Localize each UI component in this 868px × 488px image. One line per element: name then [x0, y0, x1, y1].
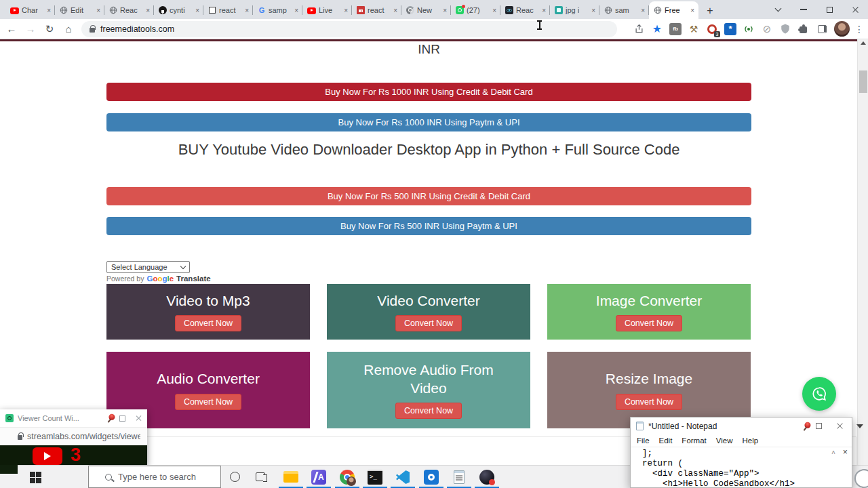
vscode-icon[interactable]	[394, 468, 412, 486]
menu-view[interactable]: View	[716, 436, 733, 445]
tab-cynti[interactable]: cynti×	[154, 1, 203, 19]
task-view-button[interactable]	[256, 472, 265, 481]
shield-icon[interactable]	[779, 23, 791, 35]
tools-icon[interactable]: ⚒	[688, 23, 700, 35]
language-select[interactable]: Select Language	[106, 261, 190, 273]
tab-close-icon[interactable]: ×	[393, 7, 398, 14]
convert-now-button[interactable]: Convert Now	[616, 394, 682, 410]
tab-close-icon[interactable]: ×	[244, 7, 250, 14]
npm-icon	[357, 6, 365, 14]
tab-close-icon[interactable]: ×	[690, 7, 695, 14]
menu-help[interactable]: Help	[743, 436, 759, 445]
widget-maximize-icon[interactable]	[119, 415, 125, 422]
menu-format[interactable]: Format	[682, 436, 706, 445]
desktop-screen: Char×Edit×Reac×cynti×react×Gsamp×Live×re…	[0, 0, 868, 488]
forward-icon[interactable]: →	[24, 23, 37, 35]
broadcast-icon[interactable]	[743, 23, 755, 35]
dark-sphere-app-icon[interactable]	[478, 468, 496, 486]
tab-close-icon[interactable]: ×	[46, 7, 52, 14]
file-explorer-icon[interactable]	[282, 468, 300, 486]
refresh-icon[interactable]: ↻	[43, 23, 56, 35]
puzzle-icon[interactable]	[797, 23, 810, 35]
widget-close-icon[interactable]	[135, 415, 142, 422]
scroll-down-chevron-icon[interactable]	[856, 424, 863, 428]
profile-avatar[interactable]	[834, 21, 850, 37]
viewer-window-titlebar[interactable]: Viewer Count Wi...	[0, 409, 147, 428]
tab-samp[interactable]: Gsamp×	[253, 1, 302, 19]
blue-circle-app-icon[interactable]	[422, 468, 440, 486]
tab-Char[interactable]: Char×	[5, 1, 55, 19]
tab-title: sam	[615, 6, 637, 14]
tab-close-icon[interactable]: ×	[640, 7, 646, 14]
notepad-app-icon[interactable]	[450, 468, 468, 486]
tab-Reac[interactable]: Reac×	[104, 1, 154, 19]
convert-now-button[interactable]: Convert Now	[395, 403, 462, 419]
tab-jpg i[interactable]: jpg i×	[550, 1, 599, 19]
start-button[interactable]	[30, 472, 41, 483]
tab-react[interactable]: react×	[352, 1, 401, 19]
tab-close-icon[interactable]: ×	[442, 7, 448, 14]
tab-search-chevron-icon[interactable]	[765, 0, 791, 19]
buy-1000-card-button[interactable]: Buy Now For Rs 1000 INR Using Credit & D…	[106, 83, 751, 101]
notepad-maximize-icon[interactable]	[816, 423, 822, 429]
tab-sam[interactable]: sam×	[599, 1, 649, 19]
buy-500-paytm-button[interactable]: Buy Now For Rs 500 INR Using Paytm & UPI	[106, 217, 751, 235]
tile-title: Image Converter	[596, 292, 702, 310]
tab-close-icon[interactable]: ×	[294, 7, 299, 14]
convert-now-button[interactable]: Convert Now	[175, 315, 241, 331]
chrome-browser-icon[interactable]	[338, 468, 356, 486]
cortana-button[interactable]	[230, 472, 240, 482]
bookmark-star-icon[interactable]: ★	[651, 23, 663, 35]
convert-now-button[interactable]: Convert Now	[395, 315, 462, 331]
purple-app-icon[interactable]: A	[310, 468, 328, 486]
tab-Free[interactable]: Free×	[649, 1, 698, 19]
convert-now-button[interactable]: Convert Now	[175, 394, 241, 410]
viewer-window-addressbar[interactable]: streamlabs.com/widgets/viewer-...	[0, 428, 147, 445]
tab-close-icon[interactable]: ×	[541, 7, 547, 14]
home-icon[interactable]: ⌂	[62, 23, 75, 35]
tab-Edit[interactable]: Edit×	[55, 1, 104, 19]
taskbar-search[interactable]: Type here to search	[88, 466, 221, 488]
page-scrollbar[interactable]	[857, 39, 868, 465]
new-tab-button[interactable]: +	[701, 3, 719, 19]
tab-close-icon[interactable]: ×	[591, 7, 596, 14]
notepad-scroll-up-icon[interactable]: ^	[831, 449, 835, 459]
tab-close-icon[interactable]: ×	[96, 7, 101, 14]
scrollbar-up-icon[interactable]	[861, 41, 866, 45]
buy-500-card-button[interactable]: Buy Now For Rs 500 INR Using Credit & De…	[106, 187, 751, 205]
share-icon[interactable]	[633, 23, 645, 35]
pin-icon[interactable]	[800, 420, 813, 433]
notepad-find-close-icon[interactable]: ×	[843, 448, 848, 458]
code-line: return (	[642, 459, 852, 469]
whatsapp-float-button[interactable]	[802, 377, 836, 411]
pin-icon[interactable]	[104, 411, 117, 425]
back-icon[interactable]: ←	[5, 23, 18, 35]
tab-react[interactable]: react×	[203, 1, 253, 19]
tab-close-icon[interactable]: ×	[195, 7, 200, 14]
convert-now-button[interactable]: Convert Now	[616, 315, 682, 331]
maximize-button[interactable]	[816, 0, 842, 19]
minimize-button[interactable]	[791, 0, 816, 19]
menu-edit[interactable]: Edit	[659, 436, 673, 445]
red-o-icon[interactable]: 3	[706, 23, 718, 35]
fb-icon[interactable]: fb	[669, 23, 682, 35]
menu-dots-icon[interactable]: ⋮	[856, 23, 863, 35]
menu-file[interactable]: File	[637, 436, 650, 445]
blocked-icon[interactable]: ⊘	[761, 23, 773, 35]
tab-New[interactable]: New×	[401, 1, 451, 19]
notepad-close-icon[interactable]	[836, 422, 844, 430]
close-button[interactable]	[842, 0, 868, 19]
terminal-icon[interactable]: >_	[366, 468, 384, 486]
buy-1000-paytm-button[interactable]: Buy Now For Rs 1000 INR Using Paytm & UP…	[106, 113, 751, 131]
notepad-editor[interactable]: ^ × ];return ( <div className="App"> <h1…	[631, 447, 852, 488]
tab-close-icon[interactable]: ×	[343, 7, 349, 14]
blue-grid-icon[interactable]: *	[724, 23, 736, 35]
tab-Live[interactable]: Live×	[302, 1, 352, 19]
notepad-titlebar[interactable]: *Untitled - Notepad	[631, 418, 852, 434]
scrollbar-thumb[interactable]	[859, 70, 867, 93]
side-panel-icon[interactable]	[816, 23, 828, 35]
tab-(27)[interactable]: (27)×	[451, 1, 500, 19]
tab-Reac[interactable]: Reac×	[500, 1, 550, 19]
tab-close-icon[interactable]: ×	[145, 7, 151, 14]
tab-close-icon[interactable]: ×	[492, 7, 497, 14]
